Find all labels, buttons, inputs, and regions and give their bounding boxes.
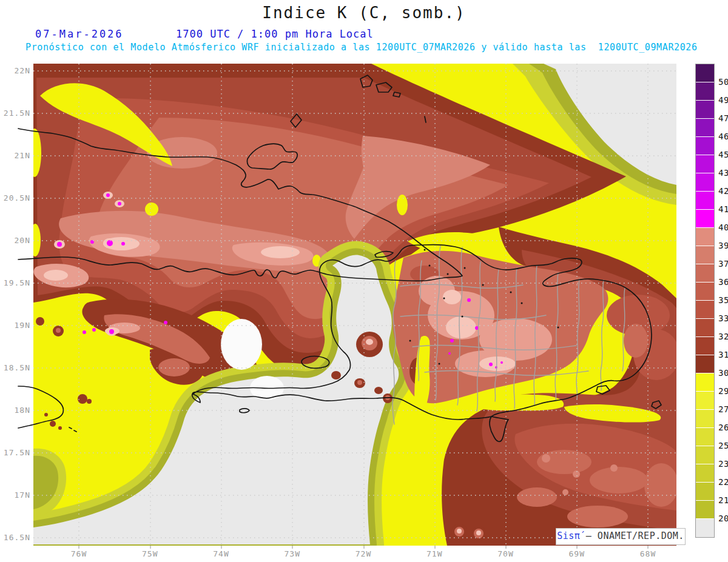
- colorbar-tick-31.3: 31.3: [718, 350, 728, 360]
- colorbar-segment: [696, 355, 714, 373]
- colorbar-segment: [696, 119, 714, 137]
- colorbar-segment: [696, 337, 714, 355]
- lon-label-68W: 68W: [640, 549, 656, 558]
- colorbar-segment: [696, 246, 714, 264]
- colorbar-tick-45.2: 45.2: [718, 150, 728, 159]
- colorbar-tick-36.5: 36.5: [718, 277, 728, 287]
- colorbar-tick-30: 30: [718, 368, 728, 378]
- lat-label-20.5N: 20.5N: [0, 193, 30, 202]
- colorbar-tick-41.3: 41.3: [718, 204, 728, 214]
- colorbar-tick-35.2: 35.2: [718, 295, 728, 305]
- contour-field: [28, 64, 679, 546]
- colorbar-tick-47.8: 47.8: [718, 113, 728, 123]
- colorbar-segment: [696, 301, 714, 319]
- colorbar-tick-42.6: 42.6: [718, 186, 728, 196]
- lon-label-73W: 73W: [285, 549, 300, 558]
- colorbar-tick-33.9: 33.9: [718, 313, 728, 323]
- lon-label-71W: 71W: [426, 549, 442, 558]
- colorbar-segment: [696, 155, 714, 173]
- colorbar-segment: [696, 210, 714, 228]
- colorbar-tick-49.1: 49.1: [718, 95, 728, 105]
- colorbar-segment: [696, 428, 714, 446]
- weather-map: [0, 0, 728, 562]
- attribution-box: Sisπ́ – ONAMET/REP.DOM.: [556, 528, 686, 545]
- colorbar-tick-23.9: 23.9: [718, 459, 728, 469]
- lon-label-74W: 74W: [213, 549, 229, 558]
- colorbar-segment: [696, 319, 714, 337]
- colorbar-tick-32.6: 32.6: [718, 332, 728, 341]
- lat-label-22N: 22N: [0, 66, 30, 75]
- lat-label-17.5N: 17.5N: [0, 448, 30, 457]
- lon-label-70W: 70W: [497, 549, 513, 558]
- attribution-text: – ONAMET/REP.DOM.: [580, 530, 684, 541]
- colorbar-segment: [696, 64, 714, 82]
- lon-label-69W: 69W: [569, 549, 585, 558]
- colorbar-segment: [696, 82, 714, 101]
- colorbar-segment: [696, 283, 714, 301]
- colorbar-segment: [696, 264, 714, 283]
- colorbar-tick-27.8: 27.8: [718, 404, 728, 414]
- colorbar-tick-37.8: 37.8: [718, 259, 728, 269]
- lat-label-17N: 17N: [0, 490, 30, 500]
- lon-label-76W: 76W: [71, 549, 87, 558]
- colorbar-segment: [696, 101, 714, 119]
- lon-label-75W: 75W: [142, 549, 158, 558]
- colorbar-tick-43.9: 43.9: [718, 168, 728, 178]
- colorbar-segment: [696, 501, 714, 519]
- colorbar-tick-25.2: 25.2: [718, 441, 728, 450]
- colorbar-tick-22.6: 22.6: [718, 477, 728, 487]
- lat-label-21N: 21N: [0, 151, 30, 160]
- colorbar-segment: [696, 392, 714, 410]
- lat-label-19.5N: 19.5N: [0, 278, 30, 287]
- colorbar-tick-26.5: 26.5: [718, 423, 728, 432]
- lat-label-18N: 18N: [0, 406, 30, 415]
- colorbar-tick-46.5: 46.5: [718, 132, 728, 141]
- brand-label: Sisπ́: [557, 530, 580, 541]
- colorbar-segment: [696, 464, 714, 483]
- lat-label-16.5N: 16.5N: [0, 533, 30, 542]
- colorbar-tick-21.3: 21.3: [718, 495, 728, 505]
- colorbar-tick-20: 20: [718, 513, 728, 523]
- colorbar-tick-50: 50: [718, 77, 728, 87]
- colorbar-segment: [696, 410, 714, 428]
- colorbar-segment: [696, 137, 714, 155]
- colorbar-tick-40: 40: [718, 222, 728, 232]
- lon-label-72W: 72W: [356, 549, 371, 558]
- lon-ticks: [79, 546, 648, 549]
- colorbar-segment: [696, 192, 714, 210]
- colorbar-segment: [696, 519, 714, 537]
- lat-label-19N: 19N: [0, 321, 30, 330]
- colorbar-segment: [696, 446, 714, 464]
- colorbar-segment: [696, 373, 714, 392]
- colorbar-segment: [696, 228, 714, 246]
- lat-label-18.5N: 18.5N: [0, 363, 30, 372]
- lat-label-20N: 20N: [0, 236, 30, 245]
- colorbar-tick-39.1: 39.1: [718, 241, 728, 250]
- colorbar-tick-29.1: 29.1: [718, 386, 728, 396]
- lat-label-21.5N: 21.5N: [0, 109, 30, 118]
- colorbar: [695, 64, 715, 538]
- colorbar-segment: [696, 173, 714, 192]
- colorbar-segment: [696, 483, 714, 501]
